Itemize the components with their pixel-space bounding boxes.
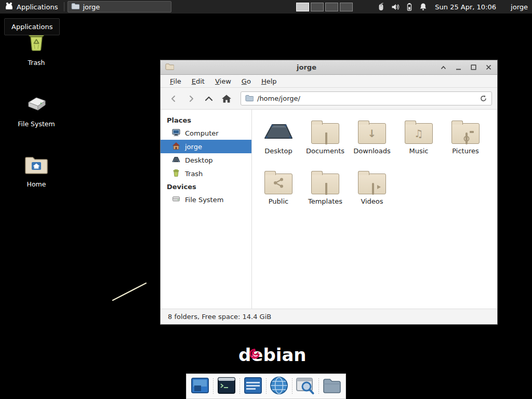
- folder-templates-icon: [311, 165, 339, 194]
- desktop-icon-filesystem[interactable]: File System: [10, 91, 62, 128]
- window-folder-icon: [71, 3, 79, 11]
- file-label: Public: [269, 197, 288, 205]
- path-bar[interactable]: /home/jorge/: [241, 91, 492, 105]
- status-bar: 8 folders, Free space: 14.4 GiB: [161, 309, 497, 324]
- menu-edit[interactable]: Edit: [187, 76, 210, 87]
- refresh-icon[interactable]: [480, 95, 487, 102]
- panel-clock[interactable]: Sun 25 Apr, 10:06: [435, 3, 496, 11]
- file-label: Templates: [308, 197, 342, 205]
- sidebar-item-trash[interactable]: Trash: [161, 167, 251, 180]
- dock-separator: [237, 377, 242, 396]
- file-manager-window: jorge File Edit View Go Help: [160, 60, 498, 325]
- home-button[interactable]: [219, 91, 234, 106]
- maximize-button[interactable]: [469, 63, 477, 72]
- dock-launcher-app-finder[interactable]: [295, 375, 316, 398]
- xfce-mouse-icon: [5, 2, 14, 11]
- desktop-icon-trash[interactable]: Trash: [10, 30, 62, 66]
- input-device-icon[interactable]: [377, 3, 385, 11]
- workspace-4[interactable]: [340, 3, 353, 11]
- dock-launcher-folder[interactable]: [321, 375, 343, 398]
- applications-menu-label: Applications: [17, 3, 58, 11]
- computer-icon: [172, 128, 180, 138]
- file-label: Videos: [361, 197, 383, 205]
- menubar: File Edit View Go Help: [161, 75, 497, 88]
- path-text: /home/jorge/: [257, 95, 300, 102]
- menu-file[interactable]: File: [165, 76, 187, 87]
- workspace-1[interactable]: [296, 3, 309, 11]
- desktop-artifact-line: [109, 280, 151, 304]
- file-label: Music: [409, 147, 429, 155]
- sidebar-item-computer[interactable]: Computer: [161, 126, 251, 140]
- folder-pictures-icon: [451, 115, 480, 144]
- menu-go[interactable]: Go: [236, 76, 256, 87]
- desktop-icon-label: File System: [18, 120, 55, 128]
- panel-separator: [64, 2, 64, 11]
- dock-separator: [264, 377, 269, 396]
- drive-icon: [172, 195, 180, 205]
- taskbar-window-button[interactable]: jorge: [68, 1, 171, 12]
- dock-launcher-desktop-settings[interactable]: [189, 375, 211, 398]
- sidebar-item-label: jorge: [185, 143, 202, 151]
- app-finder-icon: [296, 376, 315, 397]
- shade-button[interactable]: [439, 63, 447, 72]
- folder-download-icon: ↓: [358, 115, 386, 144]
- file-item-downloads[interactable]: ↓ Downloads: [349, 115, 395, 165]
- sidebar-header-devices: Devices: [161, 180, 251, 193]
- file-item-public[interactable]: Public: [255, 165, 302, 216]
- workspace-3[interactable]: [325, 3, 338, 11]
- window-content: Places Computer jorge Desktop: [161, 110, 497, 309]
- folder-icon: [322, 377, 342, 396]
- sidebar-item-desktop[interactable]: Desktop: [161, 153, 251, 167]
- file-label: Pictures: [452, 147, 478, 155]
- forward-button[interactable]: [183, 91, 199, 106]
- debian-swirl-icon: [249, 348, 260, 360]
- file-item-desktop[interactable]: Desktop: [255, 115, 302, 165]
- home-folder-icon: [24, 154, 48, 177]
- desktop-icon: [172, 155, 180, 165]
- folder-share-icon: [264, 165, 292, 194]
- sidebar-item-jorge[interactable]: jorge: [161, 140, 251, 153]
- file-item-videos[interactable]: Videos: [349, 165, 395, 216]
- dock-launcher-terminal-alt[interactable]: [242, 375, 264, 398]
- applications-menu-button[interactable]: Applications: [0, 0, 62, 14]
- panel-username[interactable]: jorge: [511, 3, 528, 11]
- file-item-documents[interactable]: Documents: [302, 115, 349, 165]
- back-button[interactable]: [166, 91, 181, 106]
- taskbar-window-label: jorge: [83, 3, 100, 11]
- notification-bell-icon[interactable]: [419, 3, 428, 11]
- window-folder-icon: [165, 62, 174, 72]
- close-button[interactable]: [484, 63, 493, 72]
- desktop-icon-label: Home: [27, 180, 46, 188]
- window-titlebar[interactable]: jorge: [161, 60, 497, 75]
- toolbar: /home/jorge/: [161, 88, 497, 110]
- desktop-surface-icon: [264, 115, 293, 144]
- user-home-icon: [172, 142, 180, 152]
- up-button[interactable]: [201, 91, 217, 106]
- sidebar-item-label: Desktop: [185, 156, 213, 164]
- file-item-pictures[interactable]: Pictures: [442, 115, 489, 165]
- dock-launcher-terminal[interactable]: [216, 375, 237, 398]
- file-label: Desktop: [264, 147, 292, 155]
- window-title: jorge: [178, 63, 435, 71]
- file-item-music[interactable]: ♫ Music: [395, 115, 442, 165]
- sidebar-header-places: Places: [161, 114, 251, 126]
- file-grid: Desktop Documents ↓ Downloads ♫ Music: [252, 110, 497, 309]
- desktop-settings-icon: [190, 376, 210, 397]
- sidebar-item-label: File System: [185, 196, 223, 204]
- menu-view[interactable]: View: [210, 76, 236, 87]
- minimize-button[interactable]: [454, 63, 462, 72]
- sidebar-item-label: Trash: [185, 170, 203, 178]
- file-item-templates[interactable]: Templates: [302, 165, 349, 216]
- debian-logo: debian: [238, 344, 307, 365]
- dock-separator: [316, 377, 321, 396]
- menu-help[interactable]: Help: [256, 76, 282, 87]
- sidebar-item-filesystem[interactable]: File System: [161, 193, 251, 206]
- workspace-2[interactable]: [311, 3, 324, 11]
- battery-icon[interactable]: [405, 3, 414, 11]
- dock-launcher-web-browser[interactable]: [268, 375, 290, 398]
- desktop-icon-home[interactable]: Home: [10, 154, 62, 188]
- volume-icon[interactable]: [391, 3, 400, 11]
- web-browser-globe-icon: [269, 376, 289, 397]
- terminal-alt-icon: [243, 376, 263, 397]
- places-sidebar: Places Computer jorge Desktop: [161, 110, 252, 309]
